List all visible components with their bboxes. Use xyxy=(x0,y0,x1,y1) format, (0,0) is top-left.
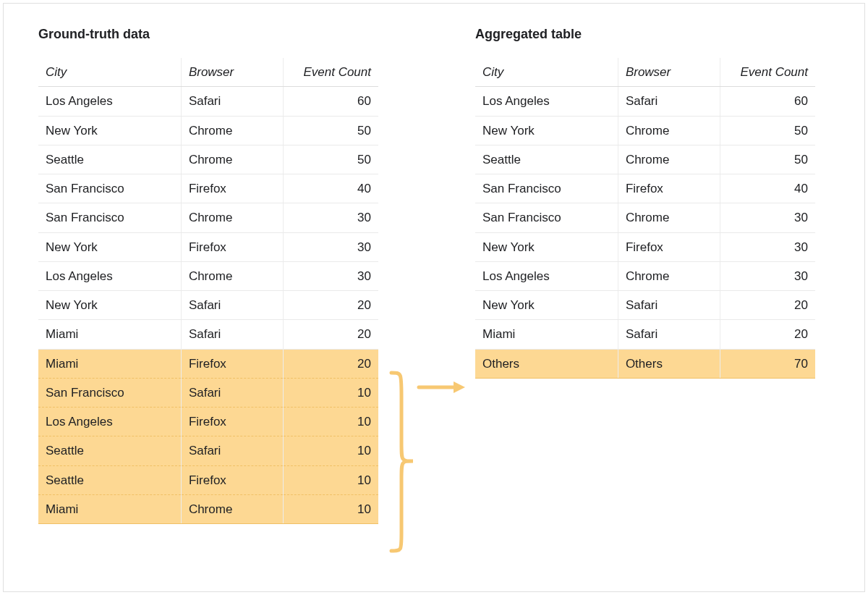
ground-truth-table: City Browser Event Count Los AngelesSafa… xyxy=(38,58,378,524)
cell-event-count: 20 xyxy=(283,349,378,378)
table-header-row: City Browser Event Count xyxy=(475,58,815,87)
cell-browser: Safari xyxy=(181,87,283,116)
cell-city: Others xyxy=(475,349,618,378)
cell-event-count: 20 xyxy=(283,320,378,349)
cell-event-count: 30 xyxy=(283,232,378,261)
table-row: San FranciscoFirefox40 xyxy=(38,174,378,203)
table-row: New YorkFirefox30 xyxy=(475,232,815,261)
cell-city: New York xyxy=(475,232,618,261)
cell-city: Seattle xyxy=(38,436,181,465)
cell-browser: Firefox xyxy=(181,408,283,436)
cell-city: New York xyxy=(475,291,618,320)
cell-event-count: 40 xyxy=(720,174,815,203)
cell-browser: Chrome xyxy=(618,203,720,232)
cell-event-count: 20 xyxy=(720,291,815,320)
cell-city: Miami xyxy=(38,349,181,378)
cell-event-count: 20 xyxy=(283,291,378,320)
table-row: New YorkSafari20 xyxy=(38,291,378,320)
cell-city: Miami xyxy=(475,320,618,349)
table-row: Los AngelesChrome30 xyxy=(475,261,815,290)
table-header-row: City Browser Event Count xyxy=(38,58,378,87)
table-row: SeattleFirefox10 xyxy=(38,465,378,494)
cell-event-count: 40 xyxy=(283,174,378,203)
cell-event-count: 50 xyxy=(283,116,378,145)
table-row: New YorkChrome50 xyxy=(38,116,378,145)
table-row: New YorkChrome50 xyxy=(475,116,815,145)
cell-event-count: 10 xyxy=(283,494,378,523)
table-row: Los AngelesFirefox10 xyxy=(38,408,378,436)
table-row: OthersOthers70 xyxy=(475,349,815,378)
cell-event-count: 30 xyxy=(720,261,815,290)
aggregated-title: Aggregated table xyxy=(475,27,815,42)
cell-browser: Safari xyxy=(181,291,283,320)
table-row: SeattleSafari10 xyxy=(38,436,378,465)
cell-city: Seattle xyxy=(38,465,181,494)
table-row: Los AngelesSafari60 xyxy=(475,87,815,116)
col-event-count: Event Count xyxy=(283,58,378,87)
cell-browser: Chrome xyxy=(181,494,283,523)
cell-city: San Francisco xyxy=(38,174,181,203)
brace-and-arrow-icon xyxy=(387,27,467,591)
cell-city: New York xyxy=(38,232,181,261)
cell-city: Los Angeles xyxy=(475,261,618,290)
cell-event-count: 20 xyxy=(720,320,815,349)
cell-city: Los Angeles xyxy=(38,408,181,436)
cell-event-count: 10 xyxy=(283,378,378,407)
table-row: Los AngelesSafari60 xyxy=(38,87,378,116)
cell-browser: Safari xyxy=(618,291,720,320)
table-row: SeattleChrome50 xyxy=(38,145,378,174)
cell-city: Seattle xyxy=(475,145,618,174)
ground-truth-title: Ground-truth data xyxy=(38,27,378,42)
cell-event-count: 50 xyxy=(720,145,815,174)
cell-event-count: 60 xyxy=(720,87,815,116)
cell-city: New York xyxy=(38,291,181,320)
cell-city: New York xyxy=(475,116,618,145)
table-row: San FranciscoSafari10 xyxy=(38,378,378,407)
table-row: San FranciscoChrome30 xyxy=(38,203,378,232)
cell-event-count: 30 xyxy=(283,261,378,290)
cell-browser: Firefox xyxy=(181,232,283,261)
cell-event-count: 50 xyxy=(720,116,815,145)
cell-browser: Safari xyxy=(181,378,283,407)
cell-event-count: 10 xyxy=(283,408,378,436)
table-row: Los AngelesChrome30 xyxy=(38,261,378,290)
cell-city: San Francisco xyxy=(38,203,181,232)
diagram-frame: Ground-truth data City Browser Event Cou… xyxy=(3,3,865,592)
cell-browser: Firefox xyxy=(618,232,720,261)
cell-browser: Chrome xyxy=(181,116,283,145)
cell-event-count: 10 xyxy=(283,465,378,494)
table-row: MiamiFirefox20 xyxy=(38,349,378,378)
svg-marker-1 xyxy=(454,381,465,393)
cell-browser: Chrome xyxy=(618,261,720,290)
cell-event-count: 10 xyxy=(283,436,378,465)
table-row: San FranciscoChrome30 xyxy=(475,203,815,232)
col-event-count: Event Count xyxy=(720,58,815,87)
table-row: San FranciscoFirefox40 xyxy=(475,174,815,203)
cell-event-count: 60 xyxy=(283,87,378,116)
cell-browser: Safari xyxy=(181,436,283,465)
aggregation-bridge xyxy=(387,27,467,577)
cell-browser: Safari xyxy=(618,320,720,349)
cell-browser: Chrome xyxy=(618,116,720,145)
cell-browser: Chrome xyxy=(618,145,720,174)
cell-city: San Francisco xyxy=(475,174,618,203)
col-city: City xyxy=(475,58,618,87)
table-row: New YorkFirefox30 xyxy=(38,232,378,261)
cell-browser: Chrome xyxy=(181,145,283,174)
cell-event-count: 30 xyxy=(720,203,815,232)
cell-event-count: 50 xyxy=(283,145,378,174)
ground-truth-panel: Ground-truth data City Browser Event Cou… xyxy=(38,27,378,524)
col-browser: Browser xyxy=(181,58,283,87)
cell-city: San Francisco xyxy=(475,203,618,232)
cell-city: New York xyxy=(38,116,181,145)
cell-city: Miami xyxy=(38,494,181,523)
cell-city: Los Angeles xyxy=(38,87,181,116)
col-city: City xyxy=(38,58,181,87)
table-row: New YorkSafari20 xyxy=(475,291,815,320)
table-row: SeattleChrome50 xyxy=(475,145,815,174)
cell-city: San Francisco xyxy=(38,378,181,407)
cell-browser: Firefox xyxy=(181,174,283,203)
cell-browser: Chrome xyxy=(181,261,283,290)
table-row: MiamiChrome10 xyxy=(38,494,378,523)
cell-browser: Others xyxy=(618,349,720,378)
